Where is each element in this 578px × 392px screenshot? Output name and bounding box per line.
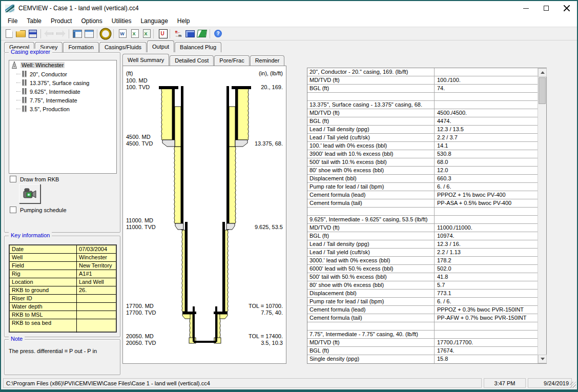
- note-label: Note: [9, 336, 25, 342]
- tree-item-label: 7.75", Intermediate: [30, 97, 77, 104]
- separator[interactable]: [67, 28, 71, 39]
- summary-row: Displacement (bbl) 773.1: [307, 290, 538, 298]
- input-table-icon[interactable]: [71, 28, 83, 39]
- wellbore-plot-icon[interactable]: [156, 28, 168, 39]
- import-excel-icon[interactable]: [139, 28, 151, 39]
- summary-row: [307, 208, 538, 216]
- minimize-button[interactable]: [515, 2, 536, 15]
- help-icon[interactable]: [212, 28, 224, 39]
- animation-button[interactable]: [19, 184, 40, 203]
- separator[interactable]: [95, 28, 99, 39]
- key-information-label: Key information: [9, 232, 52, 238]
- scrollbar-thumb[interactable]: [539, 77, 546, 104]
- key-info-field-value: [77, 295, 116, 302]
- summary-row-label: MD/TVD (ft): [307, 76, 435, 84]
- maximize-button[interactable]: [536, 2, 556, 15]
- export-excel-icon[interactable]: [128, 28, 139, 39]
- tab-output[interactable]: Output: [147, 40, 174, 52]
- tree-item-20-conductor[interactable]: 20", Conductor: [9, 70, 116, 78]
- scroll-up-button[interactable]: [538, 68, 547, 77]
- menu-language[interactable]: Language: [136, 16, 172, 26]
- pumping-schedule-checkbox[interactable]: [10, 207, 16, 213]
- calculator-icon[interactable]: [184, 28, 196, 39]
- pumping-schedule-label: Pumping schedule: [20, 207, 67, 213]
- tree-item-9625-intermediate[interactable]: 9.625", Intermediate: [9, 87, 116, 96]
- scroll-down-button[interactable]: [538, 355, 547, 363]
- tab-casings-fluids[interactable]: Casings/Fluids: [99, 42, 147, 52]
- key-info-field-value: 07/03/2004: [77, 245, 116, 253]
- tree-item-well-winchester[interactable]: Well: Winchester: [9, 60, 116, 70]
- tab-formation[interactable]: Formation: [63, 42, 99, 52]
- tree-item-13375-surface-casing[interactable]: 13.375", Surface casing: [9, 78, 116, 87]
- menu-options[interactable]: Options: [76, 16, 107, 26]
- export-word-icon[interactable]: [116, 28, 128, 39]
- tab-balanced-plug[interactable]: Balanced Plug: [175, 42, 221, 52]
- open-case-icon[interactable]: [15, 28, 27, 39]
- key-info-field-label: RKB to MSL: [10, 311, 77, 319]
- casing-icon: [21, 70, 28, 78]
- summary-table-icon[interactable]: [83, 28, 95, 39]
- summary-row-label: 7.75", Intermediate - 7.75" casing, 40. …: [307, 331, 435, 338]
- summary-row: Single density (ppg) 15.8: [307, 355, 538, 363]
- summary-row-value: 14.1: [435, 142, 538, 150]
- unit-converter-icon[interactable]: [172, 28, 184, 39]
- tree-item-label: 9.625", Intermediate: [30, 89, 80, 95]
- link-case-disabled-icon[interactable]: [43, 28, 55, 39]
- key-info-field-label: Date: [10, 245, 77, 253]
- summary-row-label: Cement formula (lead): [307, 306, 435, 314]
- summary-row: Displacement (bbl) 660.3: [307, 175, 538, 183]
- save-case-icon[interactable]: [27, 28, 38, 39]
- table-scrollbar[interactable]: [538, 68, 546, 363]
- summary-row-label: 500' tail with 10.% excess (bbl): [307, 158, 435, 166]
- separator[interactable]: [168, 28, 172, 39]
- key-info-field-label: Riser ID: [10, 295, 77, 302]
- subtab-well-summary[interactable]: Well Summary: [122, 54, 169, 66]
- draw-from-rkb-checkbox[interactable]: [10, 176, 16, 182]
- summary-row: [307, 322, 538, 331]
- summary-row: BGL (ft) 10974.: [307, 232, 538, 240]
- menu-table[interactable]: Table: [22, 16, 46, 26]
- summary-row: Cement formula (tail) PP-AFW + 0.7% bwoc…: [307, 314, 538, 322]
- maximize-icon: [544, 6, 549, 11]
- key-info-field-label: Field: [10, 262, 77, 270]
- summary-row: 9.625", Intermediate - 9.625" casing, 53…: [307, 216, 538, 224]
- user-guide-icon[interactable]: [196, 28, 208, 39]
- summary-row: 80' shoe with 0% excess (bbl) 12.0: [307, 167, 538, 175]
- summary-row-label: BGL (ft): [307, 347, 435, 355]
- tree-item-label: 20", Conductor: [30, 71, 67, 77]
- separator[interactable]: [208, 28, 212, 39]
- menu-help[interactable]: Help: [173, 16, 195, 26]
- close-icon: [564, 5, 570, 11]
- close-button[interactable]: [556, 2, 577, 15]
- summary-row-label: Cement formula (tail): [307, 314, 435, 322]
- summary-row-value: 773.1: [435, 290, 538, 297]
- casing-explorer-group: Casing explorer Well: Winchester: [4, 52, 120, 233]
- subtab-detailed-cost[interactable]: Detailed Cost: [170, 55, 214, 66]
- summary-row: Lead / Tail yield (cuft/sk) 2.2 / 1.13: [307, 249, 538, 257]
- tree-connector: [16, 91, 20, 92]
- tree-item-35-production[interactable]: 3.5", Production: [9, 105, 116, 113]
- separator[interactable]: [151, 28, 156, 39]
- new-case-icon[interactable]: [3, 28, 15, 39]
- well-summary-table: 20", Conductor - 20." casing, 169. (lb/f…: [307, 68, 547, 364]
- resize-grip[interactable]: [570, 382, 576, 388]
- summary-row: BGL (ft) 17674.: [307, 347, 538, 355]
- summary-row-label: 9.625", Intermediate - 9.625" casing, 53…: [307, 216, 435, 223]
- subtab-pore-frac[interactable]: Pore/Frac: [214, 55, 249, 66]
- arrow-up-icon: [541, 71, 545, 74]
- key-info-field-value: [77, 319, 116, 333]
- separator[interactable]: [38, 28, 43, 39]
- summary-row-label: BGL (ft): [307, 117, 435, 125]
- key-info-field-label: Location: [10, 278, 77, 286]
- key-info-row: Riser ID: [10, 295, 116, 303]
- unlink-case-disabled-icon[interactable]: [55, 28, 67, 39]
- separator[interactable]: [111, 28, 116, 39]
- key-info-field-value: Winchester: [77, 254, 116, 261]
- tree-item-775-intermediate[interactable]: 7.75", Intermediate: [9, 96, 116, 105]
- tree-connector: [16, 100, 20, 100]
- subtab-reminder[interactable]: Reminder: [250, 55, 285, 66]
- settings-gear-icon[interactable]: [99, 28, 111, 39]
- menu-file[interactable]: File: [3, 16, 22, 26]
- menu-utilities[interactable]: Utilities: [107, 16, 136, 26]
- menu-product[interactable]: Product: [46, 16, 76, 26]
